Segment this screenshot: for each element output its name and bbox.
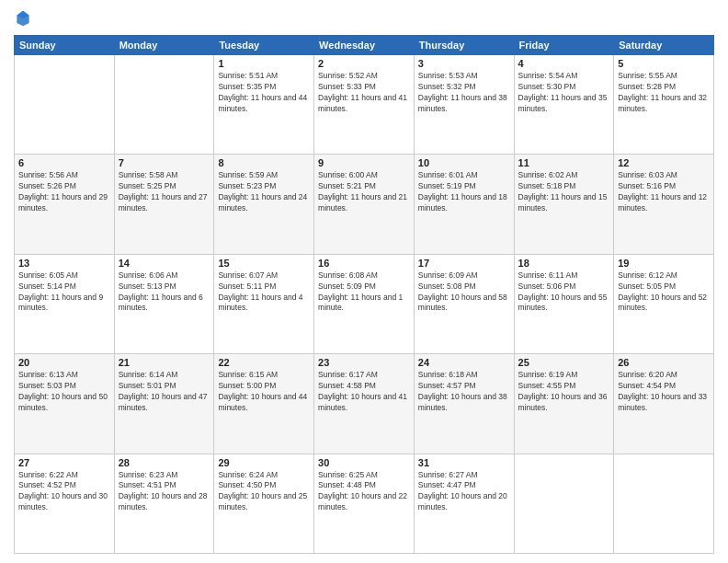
day-number: 29 (218, 457, 310, 468)
calendar-cell: 5Sunrise: 5:55 AM Sunset: 5:28 PM Daylig… (614, 55, 714, 155)
day-info: Sunrise: 6:22 AM Sunset: 4:52 PM Dayligh… (18, 470, 110, 514)
calendar-cell: 28Sunrise: 6:23 AM Sunset: 4:51 PM Dayli… (114, 454, 214, 553)
day-info: Sunrise: 5:53 AM Sunset: 5:32 PM Dayligh… (418, 71, 510, 115)
day-info: Sunrise: 5:51 AM Sunset: 5:35 PM Dayligh… (218, 71, 310, 115)
calendar-cell: 11Sunrise: 6:02 AM Sunset: 5:18 PM Dayli… (514, 155, 614, 254)
calendar-cell: 2Sunrise: 5:52 AM Sunset: 5:33 PM Daylig… (314, 55, 415, 155)
header (14, 9, 714, 28)
day-number: 28 (119, 457, 210, 468)
weekday-header: Wednesday (314, 36, 415, 55)
weekday-header: Friday (514, 36, 614, 55)
calendar-cell: 16Sunrise: 6:08 AM Sunset: 5:09 PM Dayli… (314, 254, 415, 353)
calendar-cell: 20Sunrise: 6:13 AM Sunset: 5:03 PM Dayli… (15, 354, 115, 454)
day-info: Sunrise: 6:18 AM Sunset: 4:57 PM Dayligh… (418, 370, 510, 414)
calendar-cell: 24Sunrise: 6:18 AM Sunset: 4:57 PM Dayli… (414, 354, 514, 454)
calendar-cell: 7Sunrise: 5:58 AM Sunset: 5:25 PM Daylig… (114, 155, 214, 254)
calendar-cell: 13Sunrise: 6:05 AM Sunset: 5:14 PM Dayli… (15, 254, 115, 353)
day-info: Sunrise: 6:14 AM Sunset: 5:01 PM Dayligh… (119, 370, 210, 414)
day-number: 14 (119, 258, 210, 269)
calendar-cell: 19Sunrise: 6:12 AM Sunset: 5:05 PM Dayli… (614, 254, 714, 353)
calendar-cell: 25Sunrise: 6:19 AM Sunset: 4:55 PM Dayli… (514, 354, 614, 454)
calendar: SundayMondayTuesdayWednesdayThursdayFrid… (14, 35, 714, 554)
day-info: Sunrise: 6:23 AM Sunset: 4:51 PM Dayligh… (119, 470, 210, 514)
calendar-week-row: 20Sunrise: 6:13 AM Sunset: 5:03 PM Dayli… (15, 354, 714, 454)
day-number: 17 (418, 258, 510, 269)
weekday-header: Saturday (614, 36, 714, 55)
day-info: Sunrise: 6:12 AM Sunset: 5:05 PM Dayligh… (618, 270, 710, 315)
day-number: 31 (418, 457, 510, 468)
day-info: Sunrise: 6:20 AM Sunset: 4:54 PM Dayligh… (618, 370, 710, 414)
calendar-cell: 15Sunrise: 6:07 AM Sunset: 5:11 PM Dayli… (214, 254, 314, 353)
calendar-cell: 6Sunrise: 5:56 AM Sunset: 5:26 PM Daylig… (15, 155, 115, 254)
day-info: Sunrise: 6:08 AM Sunset: 5:09 PM Dayligh… (318, 270, 410, 315)
calendar-cell: 12Sunrise: 6:03 AM Sunset: 5:16 PM Dayli… (614, 155, 714, 254)
calendar-cell: 26Sunrise: 6:20 AM Sunset: 4:54 PM Dayli… (614, 354, 714, 454)
day-number: 21 (119, 357, 210, 368)
day-number: 6 (18, 157, 110, 168)
calendar-cell (114, 55, 214, 155)
calendar-cell: 29Sunrise: 6:24 AM Sunset: 4:50 PM Dayli… (214, 454, 314, 553)
day-info: Sunrise: 5:54 AM Sunset: 5:30 PM Dayligh… (518, 71, 610, 115)
calendar-week-row: 13Sunrise: 6:05 AM Sunset: 5:14 PM Dayli… (15, 254, 714, 353)
day-number: 19 (618, 258, 710, 269)
weekday-header: Sunday (15, 36, 115, 55)
day-number: 9 (318, 157, 410, 168)
day-info: Sunrise: 6:09 AM Sunset: 5:08 PM Dayligh… (418, 270, 510, 315)
day-info: Sunrise: 6:11 AM Sunset: 5:06 PM Dayligh… (518, 270, 610, 315)
day-number: 10 (418, 157, 510, 168)
page: SundayMondayTuesdayWednesdayThursdayFrid… (0, 0, 728, 563)
calendar-cell: 3Sunrise: 5:53 AM Sunset: 5:32 PM Daylig… (414, 55, 514, 155)
calendar-cell: 1Sunrise: 5:51 AM Sunset: 5:35 PM Daylig… (214, 55, 314, 155)
day-info: Sunrise: 5:59 AM Sunset: 5:23 PM Dayligh… (218, 170, 310, 214)
calendar-cell: 9Sunrise: 6:00 AM Sunset: 5:21 PM Daylig… (314, 155, 415, 254)
day-info: Sunrise: 6:19 AM Sunset: 4:55 PM Dayligh… (518, 370, 610, 414)
day-info: Sunrise: 6:06 AM Sunset: 5:13 PM Dayligh… (119, 270, 210, 315)
logo (14, 9, 36, 28)
calendar-week-row: 27Sunrise: 6:22 AM Sunset: 4:52 PM Dayli… (15, 454, 714, 553)
day-number: 30 (318, 457, 410, 468)
calendar-cell: 14Sunrise: 6:06 AM Sunset: 5:13 PM Dayli… (114, 254, 214, 353)
day-info: Sunrise: 6:25 AM Sunset: 4:48 PM Dayligh… (318, 470, 410, 514)
day-number: 26 (618, 357, 710, 368)
calendar-cell: 22Sunrise: 6:15 AM Sunset: 5:00 PM Dayli… (214, 354, 314, 454)
day-number: 23 (318, 357, 410, 368)
day-info: Sunrise: 5:58 AM Sunset: 5:25 PM Dayligh… (119, 170, 210, 214)
day-info: Sunrise: 6:13 AM Sunset: 5:03 PM Dayligh… (18, 370, 110, 414)
weekday-header: Thursday (414, 36, 514, 55)
day-info: Sunrise: 6:00 AM Sunset: 5:21 PM Dayligh… (318, 170, 410, 214)
calendar-header-row: SundayMondayTuesdayWednesdayThursdayFrid… (15, 36, 714, 55)
day-info: Sunrise: 6:15 AM Sunset: 5:00 PM Dayligh… (218, 370, 310, 414)
day-number: 18 (518, 258, 610, 269)
day-number: 1 (218, 58, 310, 69)
day-info: Sunrise: 5:55 AM Sunset: 5:28 PM Dayligh… (618, 71, 710, 115)
day-info: Sunrise: 5:52 AM Sunset: 5:33 PM Dayligh… (318, 71, 410, 115)
calendar-cell (514, 454, 614, 553)
day-number: 15 (218, 258, 310, 269)
logo-icon (14, 9, 32, 28)
day-info: Sunrise: 6:02 AM Sunset: 5:18 PM Dayligh… (518, 170, 610, 214)
calendar-cell: 31Sunrise: 6:27 AM Sunset: 4:47 PM Dayli… (414, 454, 514, 553)
day-number: 20 (18, 357, 110, 368)
calendar-cell: 10Sunrise: 6:01 AM Sunset: 5:19 PM Dayli… (414, 155, 514, 254)
day-info: Sunrise: 6:05 AM Sunset: 5:14 PM Dayligh… (18, 270, 110, 315)
day-number: 5 (618, 58, 710, 69)
day-number: 16 (318, 258, 410, 269)
day-info: Sunrise: 6:24 AM Sunset: 4:50 PM Dayligh… (218, 470, 310, 514)
day-info: Sunrise: 5:56 AM Sunset: 5:26 PM Dayligh… (18, 170, 110, 214)
calendar-cell: 27Sunrise: 6:22 AM Sunset: 4:52 PM Dayli… (15, 454, 115, 553)
day-info: Sunrise: 6:07 AM Sunset: 5:11 PM Dayligh… (218, 270, 310, 315)
calendar-cell: 18Sunrise: 6:11 AM Sunset: 5:06 PM Dayli… (514, 254, 614, 353)
calendar-cell (15, 55, 115, 155)
day-info: Sunrise: 6:03 AM Sunset: 5:16 PM Dayligh… (618, 170, 710, 214)
day-number: 24 (418, 357, 510, 368)
day-number: 27 (18, 457, 110, 468)
calendar-cell: 30Sunrise: 6:25 AM Sunset: 4:48 PM Dayli… (314, 454, 415, 553)
calendar-cell: 8Sunrise: 5:59 AM Sunset: 5:23 PM Daylig… (214, 155, 314, 254)
day-number: 25 (518, 357, 610, 368)
day-number: 8 (218, 157, 310, 168)
calendar-cell: 4Sunrise: 5:54 AM Sunset: 5:30 PM Daylig… (514, 55, 614, 155)
day-info: Sunrise: 6:27 AM Sunset: 4:47 PM Dayligh… (418, 470, 510, 514)
calendar-cell (614, 454, 714, 553)
calendar-cell: 21Sunrise: 6:14 AM Sunset: 5:01 PM Dayli… (114, 354, 214, 454)
day-number: 12 (618, 157, 710, 168)
